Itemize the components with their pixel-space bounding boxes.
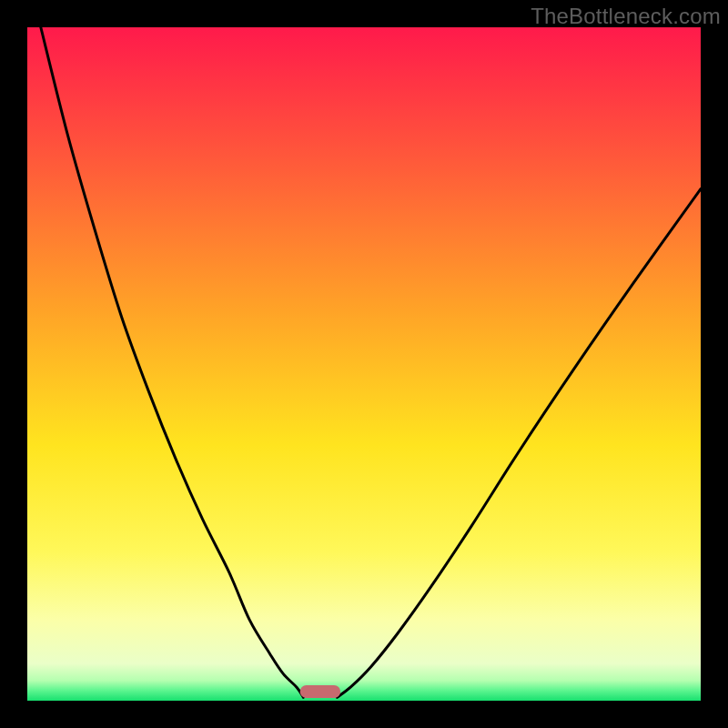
chart-svg: [27, 27, 701, 701]
optimum-marker: [300, 685, 340, 698]
chart-frame: TheBottleneck.com: [0, 0, 728, 728]
plot-area: [27, 27, 701, 701]
gradient-background: [27, 27, 701, 701]
watermark-text: TheBottleneck.com: [531, 4, 721, 29]
marker-group: [300, 685, 340, 698]
